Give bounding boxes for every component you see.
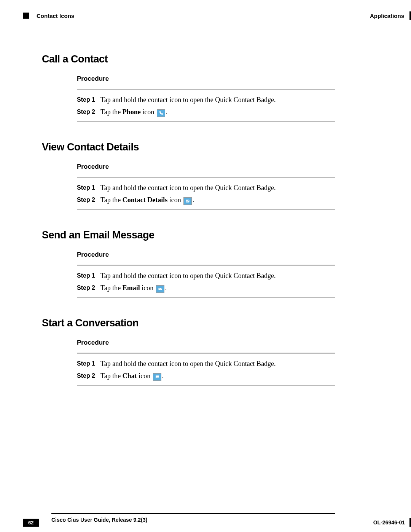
step-label: Step 2: [77, 107, 100, 117]
header-right-label: Applications: [370, 13, 404, 19]
step-text: Tap the Phone icon .: [100, 107, 167, 117]
step-label: Step 2: [77, 371, 100, 381]
procedure-heading: Procedure: [77, 163, 335, 171]
step-label: Step 1: [77, 182, 100, 193]
step-text: Tap the Email icon .: [100, 283, 167, 293]
step-text-period: .: [193, 196, 194, 204]
divider-icon: [77, 89, 335, 90]
step-text: Tap and hold the contact icon to open th…: [100, 270, 276, 281]
header-marker-icon: [23, 13, 29, 19]
procedure-heading: Procedure: [77, 75, 335, 83]
step-text: Tap the Chat icon .: [100, 371, 164, 381]
section-title: Start a Conversation: [42, 317, 335, 329]
email-icon: [156, 285, 164, 293]
svg-rect-2: [188, 200, 190, 201]
step-bold: Chat: [123, 372, 137, 380]
section-title: Send an Email Message: [42, 229, 335, 241]
divider-icon: [77, 265, 335, 266]
step-text-icon-word: icon: [167, 196, 183, 204]
step-row: Step 1 Tap and hold the contact icon to …: [77, 270, 335, 281]
step-text-period: .: [166, 108, 168, 116]
step-text-period: .: [162, 372, 164, 380]
header-left-label: Contact Icons: [37, 13, 74, 19]
footer-title: Cisco Cius User Guide, Release 9.2(3): [51, 517, 147, 523]
chat-icon: [153, 373, 161, 381]
procedure-heading: Procedure: [77, 339, 335, 347]
section-start-conversation: Start a Conversation Procedure Step 1 Ta…: [42, 317, 335, 386]
footer-right-bar-icon: [409, 518, 411, 527]
step-row: Step 2 Tap the Email icon .: [77, 283, 335, 293]
step-text-prefix: Tap the: [100, 372, 123, 380]
divider-icon: [77, 297, 335, 298]
section-title: View Contact Details: [42, 141, 335, 153]
svg-rect-3: [188, 201, 190, 201]
section-view-details: View Contact Details Procedure Step 1 Ta…: [42, 141, 335, 210]
step-text-icon-word: icon: [140, 284, 155, 292]
step-label: Step 1: [77, 358, 100, 369]
step-text-prefix: Tap the: [100, 284, 123, 292]
page-number-badge: 62: [23, 519, 39, 527]
step-text: Tap and hold the contact icon to open th…: [100, 182, 276, 193]
step-bold: Contact Details: [123, 196, 167, 204]
step-row: Step 2 Tap the Contact Details icon .: [77, 195, 335, 205]
doc-number: OL-26946-01: [373, 519, 405, 526]
step-text-icon-word: icon: [137, 372, 152, 380]
divider-icon: [77, 177, 335, 178]
step-text-icon-word: icon: [141, 108, 156, 116]
svg-point-1: [187, 200, 188, 201]
step-text-prefix: Tap the: [100, 108, 123, 116]
running-header: Contact Icons Applications: [23, 11, 411, 20]
section-call-contact: Call a Contact Procedure Step 1 Tap and …: [42, 53, 335, 122]
procedure-heading: Procedure: [77, 251, 335, 259]
header-right-bar-icon: [409, 11, 411, 20]
step-label: Step 1: [77, 270, 100, 281]
step-text: Tap and hold the contact icon to open th…: [100, 358, 276, 369]
step-label: Step 2: [77, 195, 100, 205]
step-bold: Phone: [123, 108, 141, 116]
step-row: Step 2 Tap the Chat icon .: [77, 371, 335, 381]
footer-rule-icon: [51, 513, 335, 514]
divider-icon: [77, 353, 335, 354]
step-text: Tap and hold the contact icon to open th…: [100, 94, 276, 105]
phone-icon: [157, 109, 165, 117]
section-title: Call a Contact: [42, 53, 335, 65]
step-row: Step 2 Tap the Phone icon .: [77, 107, 335, 117]
step-text-period: .: [165, 284, 167, 292]
step-text-prefix: Tap the: [100, 196, 123, 204]
step-label: Step 2: [77, 283, 100, 293]
contact-details-icon: [183, 197, 192, 205]
step-text: Tap the Contact Details icon .: [100, 195, 194, 205]
divider-icon: [77, 121, 335, 122]
step-row: Step 1 Tap and hold the contact icon to …: [77, 358, 335, 369]
step-row: Step 1 Tap and hold the contact icon to …: [77, 94, 335, 105]
section-send-email: Send an Email Message Procedure Step 1 T…: [42, 229, 335, 298]
divider-icon: [77, 385, 335, 386]
step-label: Step 1: [77, 94, 100, 105]
step-row: Step 1 Tap and hold the contact icon to …: [77, 182, 335, 193]
step-bold: Email: [123, 284, 140, 292]
divider-icon: [77, 209, 335, 210]
